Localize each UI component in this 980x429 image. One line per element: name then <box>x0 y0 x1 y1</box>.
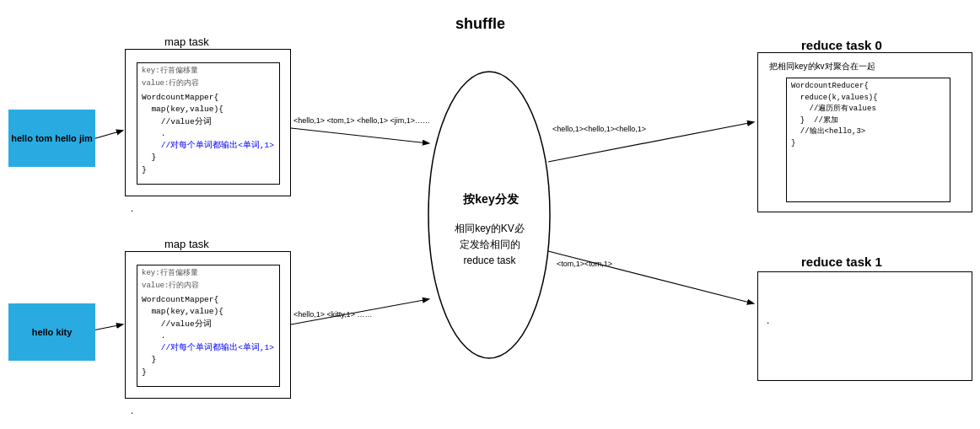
svg-line-0 <box>93 131 122 139</box>
map-task-1-title: map task <box>164 35 209 48</box>
map2-value-label: value:行的内容 <box>142 281 275 292</box>
map2-key-label: key:行首偏移量 <box>142 268 275 280</box>
shuffle-sub-text: 相同key的KV必定发给相同的reduce task <box>445 221 534 270</box>
map1-code: WordcountMapper{ map(key,value){ //value… <box>142 92 275 176</box>
svg-line-2 <box>291 128 428 143</box>
map1-key-label: key:行首偏移量 <box>142 66 275 78</box>
shuffle-title: shuffle <box>455 15 505 33</box>
map2-code: WordcountMapper{ map(key,value){ //value… <box>142 294 275 378</box>
reduce-task-1-outer: . <box>757 271 972 381</box>
input-box-2: hello kity <box>8 303 95 361</box>
reduce0-code: WordcountReducer{ reduce(k,values){ //遍历… <box>791 81 945 149</box>
collect-label: 把相同key的kv对聚合在一起 <box>769 61 875 72</box>
reduce-task-0-title: reduce task 0 <box>801 38 882 52</box>
map-task-2-title: map task <box>164 238 209 250</box>
arrow4-label: <tom,1><tom,1> <box>557 260 612 268</box>
reduce-task-1-title: reduce task 1 <box>801 255 882 269</box>
map2-dot: . <box>131 405 133 416</box>
map-task-1-inner: key:行首偏移量 value:行的内容 WordcountMapper{ ma… <box>137 62 280 185</box>
svg-point-6 <box>428 72 550 358</box>
reduce-task-0-inner: WordcountReducer{ reduce(k,values){ //遍历… <box>786 78 950 202</box>
diagram: shuffle 按key分发 相同key的KV必定发给相同的reduce tas… <box>0 0 980 429</box>
arrow3-label: <hello,1><hello,1><hello,1> <box>552 125 646 133</box>
input-box-1: hello tom hello jim <box>8 110 95 167</box>
reduce1-dot: . <box>767 314 769 326</box>
map1-value-label: value:行的内容 <box>142 78 275 90</box>
map1-dot: . <box>131 202 133 214</box>
svg-line-1 <box>93 324 122 330</box>
map-task-2-inner: key:行首偏移量 value:行的内容 WordcountMapper{ ma… <box>137 265 280 387</box>
arrow1-label: <hello,1> <tom,1> <hello,1> <jim,1>…… <box>293 116 430 125</box>
arrow2-label: <hello,1> <kitty,1> …… <box>293 310 372 319</box>
key-fen-fa-label: 按key分发 <box>457 192 525 207</box>
